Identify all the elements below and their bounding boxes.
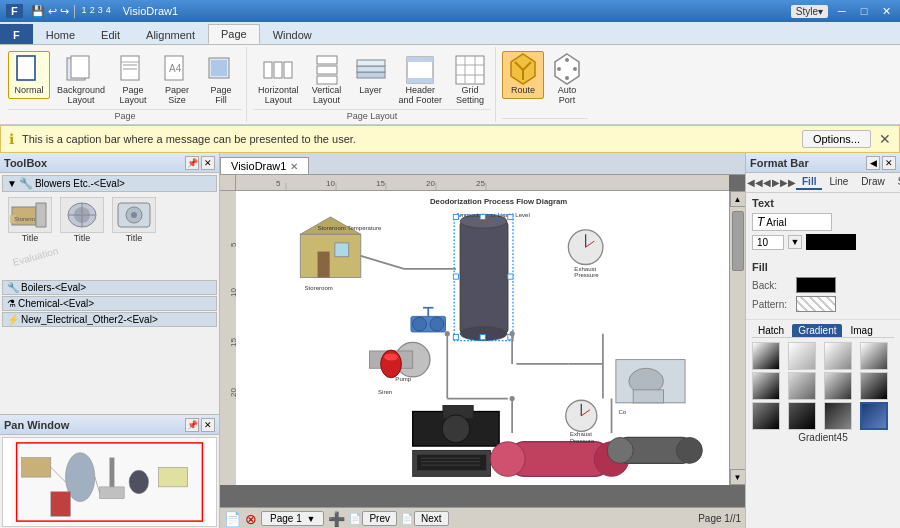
pan-close-btn[interactable]: ✕ [201, 418, 215, 432]
toolbox-close-btn[interactable]: ✕ [201, 156, 215, 170]
gradient-swatch-3[interactable] [824, 342, 852, 370]
font-size-box[interactable]: 10 [752, 235, 784, 250]
undo-icon[interactable]: ↩ [48, 5, 57, 18]
format-close-btn[interactable]: ✕ [882, 156, 896, 170]
canvas-tab-close-btn[interactable]: ✕ [290, 161, 298, 172]
hatch-tab[interactable]: Hatch [752, 324, 790, 337]
gradient-tab-bar: Hatch Gradient Imag [752, 324, 894, 338]
close-btn[interactable]: ✕ [878, 5, 894, 18]
blowers-expand-icon: ▼ [7, 178, 17, 189]
gradient-swatch-7[interactable] [824, 372, 852, 400]
gradient-swatch-2[interactable] [788, 342, 816, 370]
font-selector[interactable]: T Arial [752, 213, 832, 231]
page-fill-btn[interactable]: PageFill [200, 51, 242, 109]
nav-next-btn[interactable]: ▶ [772, 176, 780, 190]
paper-size-btn[interactable]: A4 PaperSize [156, 51, 198, 109]
font-size-down-btn[interactable]: ▼ [788, 235, 802, 249]
gradient-swatch-12[interactable] [860, 402, 888, 430]
scroll-up-btn[interactable]: ▲ [730, 191, 746, 207]
normal-icon [13, 54, 45, 86]
prev-btn[interactable]: Prev [362, 511, 397, 526]
grid-setting-btn[interactable]: GridSetting [449, 51, 491, 109]
gradient-swatch-1[interactable] [752, 342, 780, 370]
redo-icon[interactable]: ↪ [60, 5, 69, 18]
layer-btn[interactable]: Layer [350, 51, 392, 99]
canvas-tab-visio[interactable]: VisioDraw1 ✕ [220, 157, 309, 174]
tab-window[interactable]: Window [260, 24, 325, 44]
tab3[interactable]: 3 [98, 5, 103, 18]
list-item[interactable]: Storerm Title [6, 197, 54, 243]
caption-close-btn[interactable]: ✕ [879, 131, 891, 147]
tab4[interactable]: 4 [106, 5, 111, 18]
format-tab-s[interactable]: S [892, 175, 900, 190]
gradient-swatch-5[interactable] [752, 372, 780, 400]
tab-home[interactable]: Home [33, 24, 88, 44]
background-btn[interactable]: BackgroundLayout [52, 51, 110, 109]
svg-rect-77 [300, 234, 361, 277]
toolbox-section-electrical[interactable]: ⚡ New_Electrical_Other2-<Eval> [2, 312, 217, 327]
gradient-swatch-9[interactable] [752, 402, 780, 430]
vertical-btn[interactable]: VerticalLayout [306, 51, 348, 109]
toolbox-section-boilers[interactable]: 🔧 Boilers-<Eval> [2, 280, 217, 295]
svg-rect-83 [460, 221, 508, 333]
item-icon-3 [112, 197, 156, 233]
list-item[interactable]: Title [58, 197, 106, 243]
auto-port-btn[interactable]: AutoPort [546, 51, 588, 109]
format-tab-fill[interactable]: Fill [796, 175, 822, 190]
vertical-scrollbar[interactable]: ▲ ▼ [729, 191, 745, 485]
page-label-btn[interactable]: Page 1 ▼ [261, 511, 324, 526]
tab2[interactable]: 2 [90, 5, 95, 18]
gradient-swatch-6[interactable] [788, 372, 816, 400]
svg-text:5: 5 [229, 242, 236, 247]
font-name: Arial [766, 217, 786, 228]
save-icon[interactable]: 💾 [31, 5, 45, 18]
nav-last-btn[interactable]: ▶▶ [781, 176, 795, 190]
toolbox-section-chemical[interactable]: ⚗ Chemical-<Eval> [2, 296, 217, 311]
header-footer-btn[interactable]: Headerand Footer [394, 51, 448, 109]
layer-icon [355, 54, 387, 86]
format-tab-draw[interactable]: Draw [855, 175, 890, 190]
blowers-header[interactable]: ▼ 🔧 Blowers Etc.-<Eval> [2, 175, 217, 192]
next-btn[interactable]: Next [414, 511, 449, 526]
scroll-thumb-v[interactable] [732, 211, 744, 271]
gradient-swatch-10[interactable] [788, 402, 816, 430]
gradient-swatch-8[interactable] [860, 372, 888, 400]
pan-pin-btn[interactable]: 📌 [185, 418, 199, 432]
canvas-content[interactable]: Deodorization Process Flow Diagram Store… [236, 191, 745, 485]
horizontal-label: HorizontalLayout [258, 86, 299, 106]
delete-page-icon[interactable]: ⊗ [245, 511, 257, 527]
pattern-swatch[interactable] [796, 296, 836, 312]
minimize-btn[interactable]: ─ [834, 5, 850, 18]
image-tab[interactable]: Imag [844, 324, 878, 337]
route-group-buttons: Route AutoPort [502, 49, 588, 118]
tab-edit[interactable]: Edit [88, 24, 133, 44]
gradient-swatch-11[interactable] [824, 402, 852, 430]
file-button[interactable]: F [6, 4, 23, 18]
gradient-swatch-4[interactable] [860, 342, 888, 370]
toolbox-pin-btn[interactable]: 📌 [185, 156, 199, 170]
route-btn[interactable]: Route [502, 51, 544, 99]
tab-page[interactable]: Page [208, 24, 260, 44]
nav-prev-btn[interactable]: ◀ [763, 176, 771, 190]
normal-btn[interactable]: Normal [8, 51, 50, 99]
back-color-swatch[interactable] [796, 277, 836, 293]
gradient-tab[interactable]: Gradient [792, 324, 842, 337]
page-dropdown-icon[interactable]: ▼ [306, 514, 315, 524]
format-pin-btn[interactable]: ◀ [866, 156, 880, 170]
font-color-swatch[interactable] [806, 234, 856, 250]
tab1[interactable]: 1 [82, 5, 87, 18]
maximize-btn[interactable]: □ [856, 5, 872, 18]
nav-first-btn[interactable]: ◀◀ [748, 176, 762, 190]
page-layout-btn[interactable]: PageLayout [112, 51, 154, 109]
file-tab[interactable]: F [0, 24, 33, 44]
options-button[interactable]: Options... [802, 130, 871, 148]
horizontal-btn[interactable]: HorizontalLayout [253, 51, 304, 109]
svg-rect-20 [357, 60, 385, 66]
style-btn[interactable]: Style▾ [791, 5, 828, 18]
new-page-icon[interactable]: 📄 [224, 511, 241, 527]
format-tab-line[interactable]: Line [823, 175, 854, 190]
list-item[interactable]: Title [110, 197, 158, 243]
scroll-down-btn[interactable]: ▼ [730, 469, 746, 485]
add-page-icon[interactable]: ➕ [328, 511, 345, 527]
tab-alignment[interactable]: Alignment [133, 24, 208, 44]
